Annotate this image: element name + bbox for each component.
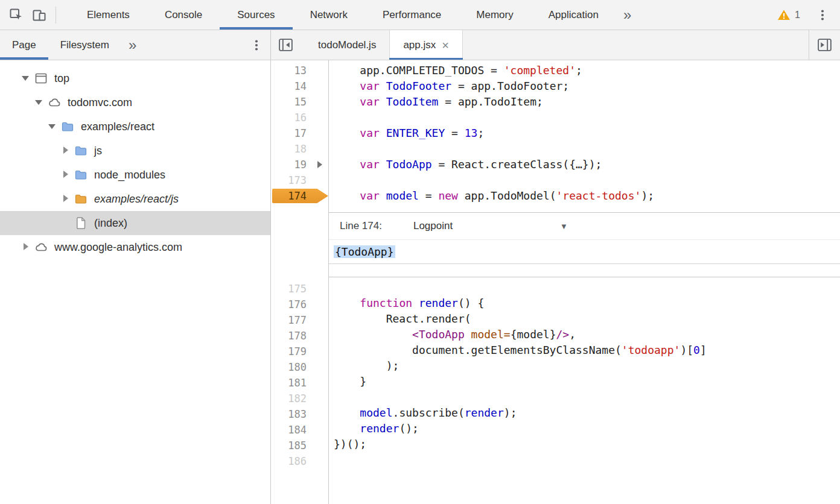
devtools-menu-button[interactable] xyxy=(811,4,834,27)
line-number-14[interactable]: 14 xyxy=(271,78,328,94)
code-line-173[interactable] xyxy=(329,172,840,188)
breakpoint-type-select[interactable]: Logpoint ▼ xyxy=(413,220,568,232)
gutter-widget-spacer xyxy=(271,204,328,281)
code-line-17[interactable]: var ENTER_KEY = 13; xyxy=(329,125,840,141)
tree-item-todomvc-com[interactable]: todomvc.com xyxy=(0,90,270,115)
more-navigator-tabs-button[interactable]: » xyxy=(121,38,144,52)
triangle-right-icon[interactable] xyxy=(60,169,71,180)
code-line-14[interactable]: var TodoFooter = app.TodoFooter; xyxy=(329,78,840,94)
show-debugger-sidebar-button[interactable] xyxy=(809,30,840,60)
line-number-19[interactable]: 19 xyxy=(271,157,328,172)
line-number-179[interactable]: 179 xyxy=(271,344,328,359)
line-number-175[interactable]: 175 xyxy=(271,281,328,297)
tree-item-index[interactable]: (index) xyxy=(0,211,270,235)
close-tab-icon[interactable]: × xyxy=(442,39,449,51)
console-warning-badge[interactable]: 1 xyxy=(777,8,800,22)
code-line-183[interactable]: model.subscribe(render); xyxy=(329,405,840,421)
tree-item-label: (index) xyxy=(94,217,127,230)
code-line-176[interactable]: function render() { xyxy=(329,295,840,311)
tab-network[interactable]: Network xyxy=(293,0,365,30)
navigator-menu-button[interactable] xyxy=(245,34,268,57)
line-number-177[interactable]: 177 xyxy=(271,312,328,328)
tab-application[interactable]: Application xyxy=(531,0,616,30)
line-number-13[interactable]: 13 xyxy=(271,63,328,78)
panel-left-collapse-icon xyxy=(278,37,294,53)
code-line-18[interactable] xyxy=(329,141,840,157)
source-code-editor[interactable]: 13141516171819173174 1751761771781791801… xyxy=(271,60,840,504)
triangle-down-icon[interactable] xyxy=(47,121,58,132)
tree-item-www-google-analytics-com[interactable]: www.google-analytics.com xyxy=(0,235,270,259)
line-number-17[interactable]: 17 xyxy=(271,125,328,141)
line-number-gutter[interactable]: 13141516171819173174 1751761771781791801… xyxy=(271,60,329,504)
tab-elements[interactable]: Elements xyxy=(69,0,147,30)
more-panels-button[interactable]: » xyxy=(616,8,638,22)
tree-item-examples-react[interactable]: examples/react xyxy=(0,115,270,139)
code-line-177[interactable]: React.render( xyxy=(329,311,840,327)
code-line-180[interactable]: ); xyxy=(329,358,840,374)
tree-item-top[interactable]: top xyxy=(0,66,270,90)
code-line-179[interactable]: document.getElementsByClassName('todoapp… xyxy=(329,342,840,358)
tree-item-node-modules[interactable]: node_modules xyxy=(0,163,270,187)
line-number-184[interactable]: 184 xyxy=(271,422,328,438)
code-line-13[interactable]: app.COMPLETED_TODOS = 'completed'; xyxy=(329,63,840,78)
line-number-18[interactable]: 18 xyxy=(271,141,328,157)
code-line-182[interactable] xyxy=(329,389,840,405)
tab-performance[interactable]: Performance xyxy=(365,0,459,30)
toggle-device-toolbar-button[interactable] xyxy=(28,4,51,27)
tab-console[interactable]: Console xyxy=(147,0,220,30)
code-line-15[interactable]: var TodoItem = app.TodoItem; xyxy=(329,94,840,110)
code-fold-arrow-icon[interactable] xyxy=(317,161,322,168)
breakpoint-type-value: Logpoint xyxy=(413,220,453,232)
triangle-down-icon[interactable] xyxy=(21,73,31,84)
warning-count: 1 xyxy=(795,10,800,20)
tree-item-label: node_modules xyxy=(94,169,165,181)
code-line-185[interactable]: })(); xyxy=(329,436,840,452)
hide-navigator-button[interactable] xyxy=(271,30,300,60)
kebab-menu-icon xyxy=(249,38,264,52)
code-line-19[interactable]: var TodoApp = React.createClass({…}); xyxy=(329,157,840,172)
line-number-15[interactable]: 15 xyxy=(271,94,328,110)
code-line-175[interactable] xyxy=(329,280,840,295)
tree-item-js[interactable]: js xyxy=(0,139,270,163)
triangle-down-icon[interactable] xyxy=(34,97,45,108)
tree-item-label: top xyxy=(54,72,69,85)
cloud-icon xyxy=(46,95,62,110)
line-number-178[interactable]: 178 xyxy=(271,328,328,344)
code-line-16[interactable] xyxy=(329,110,840,125)
line-number-16[interactable]: 16 xyxy=(271,110,328,125)
inspect-element-button[interactable] xyxy=(5,4,28,27)
panel-right-expand-icon xyxy=(816,37,833,53)
navigator-tab-filesystem[interactable]: Filesystem xyxy=(48,30,121,60)
document-icon xyxy=(73,215,89,231)
file-tab-todomodel-js[interactable]: todoModel.js xyxy=(305,30,389,60)
code-column[interactable]: app.COMPLETED_TODOS = 'completed'; var T… xyxy=(329,60,840,504)
logpoint-badge-line-174[interactable]: 174 xyxy=(271,188,328,204)
line-number-173[interactable]: 173 xyxy=(271,172,328,188)
tab-sources[interactable]: Sources xyxy=(220,0,292,30)
tab-memory[interactable]: Memory xyxy=(459,0,530,30)
logpoint-editor: Line 174: Logpoint ▼ {TodoApp} xyxy=(329,212,840,277)
code-line-184[interactable]: render(); xyxy=(329,421,840,436)
sources-navigator-panel: PageFilesystem » toptodomvc.comexamples/… xyxy=(0,30,271,504)
toolbar-divider xyxy=(56,7,56,24)
tree-item-examples-react-js[interactable]: examples/react/js xyxy=(0,187,270,211)
code-line-186[interactable] xyxy=(329,452,840,468)
triangle-right-icon[interactable] xyxy=(21,242,31,253)
line-number-182[interactable]: 182 xyxy=(271,391,328,406)
code-line-181[interactable]: } xyxy=(329,374,840,389)
navigator-tab-page[interactable]: Page xyxy=(0,30,48,60)
line-number-183[interactable]: 183 xyxy=(271,406,328,422)
line-number-180[interactable]: 180 xyxy=(271,359,328,375)
line-number-176[interactable]: 176 xyxy=(271,297,328,312)
file-tab-app-jsx[interactable]: app.jsx× xyxy=(389,30,463,60)
line-number-186[interactable]: 186 xyxy=(271,453,328,469)
code-line-174[interactable]: var model = new app.TodoModel('react-tod… xyxy=(329,188,840,204)
line-number-181[interactable]: 181 xyxy=(271,375,328,391)
logpoint-condition-input[interactable]: {TodoApp} xyxy=(329,239,840,264)
navigator-tabs: PageFilesystem xyxy=(0,30,121,60)
logpoint-condition-text: {TodoApp} xyxy=(334,245,395,258)
code-line-178[interactable]: <TodoApp model={model}/>, xyxy=(329,327,840,342)
triangle-right-icon[interactable] xyxy=(60,145,71,156)
line-number-185[interactable]: 185 xyxy=(271,438,328,453)
triangle-right-icon[interactable] xyxy=(60,194,71,204)
